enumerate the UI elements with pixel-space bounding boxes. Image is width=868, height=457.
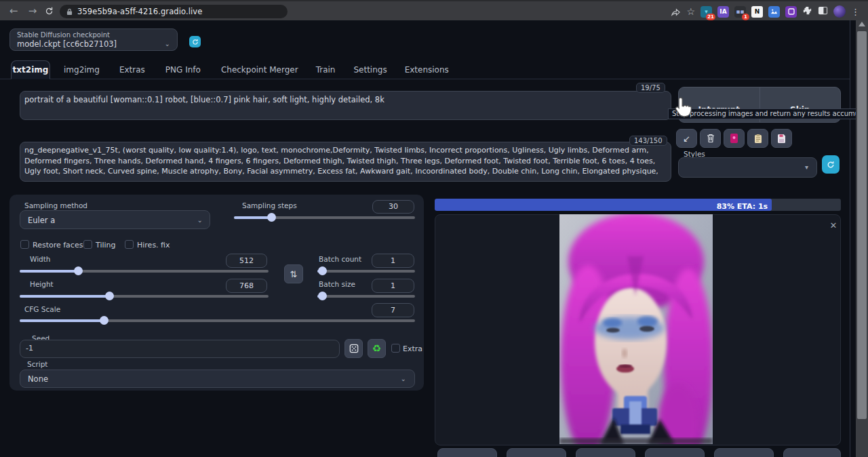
script-label: Script [27,360,47,368]
restore-faces-label: Restore faces [33,241,83,250]
send-to-extras-button[interactable] [714,448,774,457]
ext-office-icon[interactable] [785,6,797,18]
extensions-puzzle-icon[interactable] [802,5,812,18]
tab-settings[interactable]: Settings [353,65,387,75]
side-panel-icon[interactable] [818,5,828,18]
seed-extra-checkbox[interactable] [391,344,400,353]
cfg-scale-value[interactable]: 7 [372,303,414,317]
extra-result-button[interactable] [783,448,841,457]
batch-size-value[interactable]: 1 [372,279,414,293]
tab-extras[interactable]: Extras [119,65,145,75]
share-icon[interactable] [671,7,681,17]
scrollbar-up-arrow[interactable] [859,22,865,26]
bookmark-star-icon[interactable]: ☆ [686,6,695,17]
swap-dimensions-button[interactable]: ⇅ [284,264,303,283]
batch-count-value[interactable]: 1 [372,254,414,268]
ext-notion-icon[interactable]: N [751,6,763,18]
download-badge: 21 [706,14,715,20]
prompt-token-counter: 19/75 [636,83,665,93]
close-preview-icon[interactable]: ✕ [828,220,839,231]
camera-badge: 1 [742,14,749,20]
tab-img2img[interactable]: img2img [64,65,100,75]
hires-fix-label: Hires. fix [137,241,170,250]
tab-bar: txt2img img2img Extras PNG Info Checkpoi… [11,60,449,79]
progress-text: 83% ETA: 1s [717,202,772,211]
url-text: 359e5b9a-a5ff-4216.gradio.live [77,7,202,16]
clear-prompt-trash-button[interactable] [700,129,721,148]
paste-params-arrow-button[interactable]: ↙ [676,129,697,148]
ext-ia-icon[interactable]: IA [717,6,729,18]
mouse-cursor [673,96,694,120]
lock-icon [66,8,73,16]
chevron-down-icon: ⌄ [165,40,170,47]
width-value[interactable]: 512 [226,254,267,268]
interrupt-tooltip: Stop processing images and return any re… [668,108,867,119]
address-bar[interactable]: 359e5b9a-a5ff-4216.gradio.live [60,5,288,18]
batch-size-slider[interactable] [317,295,415,298]
tab-checkpoint-merger[interactable]: Checkpoint Merger [221,65,298,75]
negative-prompt-input[interactable]: ng_deepnegative_v1_75t, (worst quality, … [24,145,665,179]
browser-forward-icon[interactable]: → [26,4,39,18]
cfg-scale-slider[interactable] [20,319,415,322]
sampling-steps-slider[interactable] [234,216,415,219]
random-seed-dice-button[interactable] [344,339,363,358]
ext-camera-icon[interactable]: ▪▪1 [734,6,746,18]
stable-diffusion-webui: ← → 359e5b9a-a5ff-4216.gradio.live ☆ ▾21… [0,0,868,457]
tiling-checkbox[interactable] [83,240,92,249]
extra-networks-card-button[interactable] [724,129,745,148]
chevron-down-icon: ⌄ [197,216,203,224]
tiling-label: Tiling [96,241,116,250]
send-to-img2img-button[interactable] [576,448,635,457]
reuse-seed-recycle-button[interactable]: ♻ [368,339,386,358]
browser-reload-icon[interactable] [42,4,56,18]
tab-png-info[interactable]: PNG Info [165,65,201,75]
negative-token-counter: 143/150 [629,136,667,146]
browser-toolbar: ← → 359e5b9a-a5ff-4216.gradio.live ☆ ▾21… [0,0,868,20]
script-value: None [28,374,48,384]
seed-extra-label: Extra [403,344,422,353]
browser-menu-icon[interactable]: ⋮ [851,7,860,17]
browser-back-icon[interactable]: ← [7,4,20,18]
generated-image-preview[interactable] [559,214,713,444]
batch-count-slider[interactable] [317,270,415,273]
checkpoint-value: model.ckpt [cc6cb27103] [17,39,117,49]
sampling-steps-value[interactable]: 30 [372,200,414,214]
prompt-input[interactable]: portrait of a beautiful [woman::0.1] rob… [24,95,662,117]
checkpoint-label: Stable Diffusion checkpoint [17,31,110,39]
tab-txt2img[interactable]: txt2img [11,60,50,79]
checkpoint-refresh-button[interactable] [189,36,201,47]
scrollbar-thumb[interactable] [857,31,867,419]
width-slider[interactable] [20,270,269,273]
progress-fill: 83% ETA: 1s [435,199,772,211]
height-value[interactable]: 768 [226,279,267,293]
batch-size-label: Batch size [319,280,355,288]
tab-extensions[interactable]: Extensions [405,65,449,75]
page-right-edge [850,20,850,457]
cfg-scale-label: CFG Scale [24,305,60,313]
apply-style-clipboard-button[interactable] [747,129,768,148]
ext-download-icon[interactable]: ▾21 [701,6,712,18]
width-label: Width [30,255,51,263]
progress-bar: 83% ETA: 1s [435,199,841,211]
height-label: Height [30,280,54,288]
save-button[interactable] [437,448,497,457]
tab-train[interactable]: Train [316,65,336,75]
send-to-inpaint-button[interactable] [645,448,705,457]
sampling-method-value: Euler a [28,216,55,225]
height-slider[interactable] [20,295,269,298]
checkpoint-dropdown[interactable]: Stable Diffusion checkpoint model.ckpt [… [9,28,178,51]
restore-faces-checkbox[interactable] [20,240,29,249]
chevron-down-icon: ▾ [805,163,808,171]
sampling-method-dropdown[interactable]: Euler a ⌄ [20,210,210,229]
profile-avatar[interactable] [833,5,846,18]
script-dropdown[interactable]: None ⌄ [20,370,415,388]
styles-refresh-button[interactable] [822,155,840,174]
sampling-method-label: Sampling method [24,201,87,210]
save-style-button[interactable] [771,129,792,148]
ext-picture-icon[interactable] [768,6,780,18]
hires-fix-checkbox[interactable] [125,240,134,249]
zip-button[interactable] [507,448,566,457]
seed-input[interactable] [26,344,161,353]
styles-dropdown[interactable]: ▾ [678,157,817,178]
batch-count-label: Batch count [319,255,361,263]
